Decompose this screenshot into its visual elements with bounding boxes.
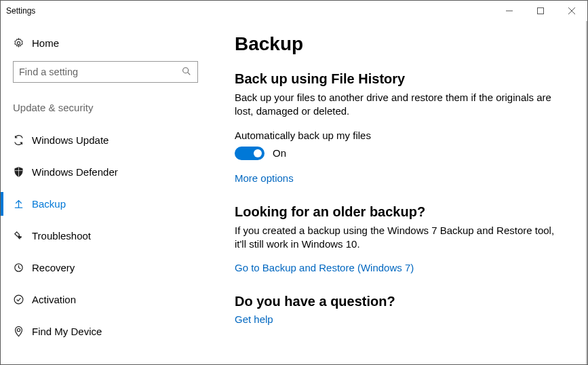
sidebar-item-activation[interactable]: Activation <box>1 284 210 315</box>
older-backup-heading: Looking for an older backup? <box>235 204 560 220</box>
get-help-link[interactable]: Get help <box>235 313 273 325</box>
sidebar-section-label: Update & security <box>1 95 210 124</box>
close-button[interactable] <box>556 1 587 21</box>
page-title: Backup <box>235 33 560 55</box>
svg-point-10 <box>14 295 23 304</box>
backup-restore-link[interactable]: Go to Backup and Restore (Windows 7) <box>235 262 414 273</box>
recovery-icon <box>13 262 32 273</box>
search-input[interactable] <box>19 66 181 77</box>
maximize-icon <box>537 7 544 14</box>
svg-point-4 <box>17 41 20 44</box>
section-question: Do you have a question? Get help <box>235 294 560 325</box>
sidebar: Home Update & security Windows Update <box>1 21 210 364</box>
gear-icon <box>13 37 32 49</box>
scrollbar[interactable] <box>586 21 587 364</box>
section-older-backup: Looking for an older backup? If you crea… <box>235 204 560 274</box>
sidebar-item-label: Recovery <box>32 262 75 273</box>
svg-point-5 <box>183 67 189 73</box>
window-title: Settings <box>6 6 35 16</box>
sync-icon <box>13 134 32 146</box>
file-history-heading: Back up using File History <box>235 71 560 87</box>
sidebar-item-backup[interactable]: Backup <box>1 188 210 220</box>
sidebar-item-windows-defender[interactable]: Windows Defender <box>1 156 210 188</box>
more-options-link[interactable]: More options <box>235 172 294 184</box>
search-wrap <box>1 61 210 95</box>
backup-icon <box>13 198 32 210</box>
auto-backup-toggle[interactable] <box>235 147 264 160</box>
sidebar-item-label: Troubleshoot <box>32 230 91 242</box>
svg-rect-1 <box>538 8 544 14</box>
find-device-icon <box>13 326 32 337</box>
sidebar-home-label: Home <box>32 37 59 49</box>
auto-backup-toggle-row: On <box>235 147 560 160</box>
svg-line-6 <box>188 72 191 75</box>
question-heading: Do you have a question? <box>235 294 560 309</box>
minimize-button[interactable] <box>494 1 525 21</box>
check-circle-icon <box>13 294 32 305</box>
auto-backup-label: Automatically back up my files <box>235 130 560 141</box>
titlebar: Settings <box>1 1 587 21</box>
settings-window: Settings Home <box>0 0 588 365</box>
older-backup-desc: If you created a backup using the Window… <box>235 224 560 252</box>
window-controls <box>494 1 587 21</box>
sidebar-item-recovery[interactable]: Recovery <box>1 252 210 284</box>
sidebar-item-label: Find My Device <box>32 326 102 337</box>
shield-icon <box>13 166 32 178</box>
close-icon <box>568 7 575 14</box>
file-history-desc: Back up your files to another drive and … <box>235 91 560 119</box>
svg-point-11 <box>17 328 20 331</box>
sidebar-item-label: Windows Update <box>32 134 109 146</box>
minimize-icon <box>506 7 513 14</box>
sidebar-item-windows-update[interactable]: Windows Update <box>1 124 210 156</box>
wrench-icon <box>13 230 32 242</box>
section-file-history: Back up using File History Back up your … <box>235 71 560 184</box>
auto-backup-state: On <box>273 147 286 159</box>
main-content: Backup Back up using File History Back u… <box>210 21 587 364</box>
sidebar-item-label: Windows Defender <box>32 166 118 178</box>
sidebar-home[interactable]: Home <box>1 32 210 61</box>
search-box[interactable] <box>13 61 198 83</box>
window-body: Home Update & security Windows Update <box>1 21 587 364</box>
sidebar-item-find-my-device[interactable]: Find My Device <box>1 315 210 347</box>
sidebar-item-label: Activation <box>32 294 76 305</box>
sidebar-item-label: Backup <box>32 198 66 210</box>
sidebar-item-troubleshoot[interactable]: Troubleshoot <box>1 220 210 252</box>
search-icon <box>181 66 192 79</box>
maximize-button[interactable] <box>525 1 556 21</box>
